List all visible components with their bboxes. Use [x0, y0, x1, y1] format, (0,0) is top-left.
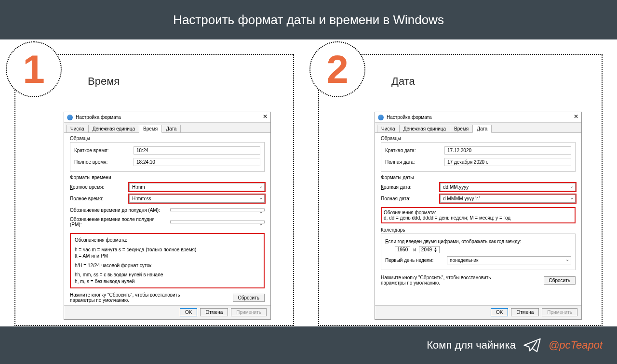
short-time-label: Краткое время:: [74, 148, 130, 153]
am-combo[interactable]: [170, 208, 265, 211]
samples-box: Краткое время: 18:24 Полное время: 18:24…: [70, 142, 265, 172]
reset-button[interactable]: Сбросить: [233, 294, 265, 302]
year-hint: Если год введен двумя цифрами, отображат…: [385, 239, 521, 244]
step-number-1: 1: [23, 50, 45, 89]
fmt-short-time-combo[interactable]: H:mm: [129, 183, 265, 191]
footer-bar: Комп для чайника @pcTeapot: [0, 326, 617, 364]
first-day-combo[interactable]: понедельник: [447, 256, 571, 264]
long-date-label: Полная дата:: [385, 159, 441, 165]
long-time-label: Полное время:: [74, 159, 130, 165]
globe-icon: [67, 115, 73, 120]
page-title: Настроить формат даты и времени в Window…: [173, 13, 444, 27]
fmt-long-time-label: Полное время:: [70, 196, 125, 201]
tab-numbers[interactable]: Числа: [377, 125, 400, 132]
samples-label: Образцы: [70, 136, 265, 141]
panel-time-title: Время: [88, 75, 120, 88]
fmt-long-time-combo[interactable]: H:mm:ss: [129, 195, 265, 203]
dialog-footer: OK Отмена Применить: [375, 305, 581, 319]
calendar-box: Если год введен двумя цифрами, отображат…: [381, 234, 576, 270]
close-icon[interactable]: ✕: [574, 113, 578, 120]
step-number-2: 2: [326, 50, 349, 89]
footer-text: Комп для чайника: [427, 339, 516, 351]
am-label: Обозначение времени до полудня (AM):: [70, 208, 166, 213]
apply-button[interactable]: Применить: [542, 308, 577, 316]
panel-date-title: Дата: [391, 75, 415, 88]
pm-label: Обозначение времени после полудня (PM):: [70, 217, 166, 227]
legend-title: Обозначения формата:: [384, 210, 573, 215]
tab-date[interactable]: Дата: [472, 125, 492, 133]
ok-button[interactable]: OK: [180, 308, 197, 316]
content-area: 1 Время Настройка формата ✕ Числа Денежн…: [0, 39, 617, 326]
tab-time[interactable]: Время: [450, 125, 473, 132]
close-icon[interactable]: ✕: [263, 113, 268, 120]
calendar-label: Календарь: [381, 227, 576, 233]
ok-button[interactable]: OK: [491, 308, 508, 316]
apply-button[interactable]: Применить: [231, 308, 267, 316]
time-formats-label: Форматы времени: [70, 175, 265, 180]
footer-handle: @pcTeapot: [549, 339, 603, 351]
tab-currency[interactable]: Денежная единица: [88, 125, 139, 132]
reset-row: Нажмите кнопку "Сбросить", чтобы восстан…: [381, 273, 576, 287]
date-formats-label: Форматы даты: [381, 175, 576, 180]
dialog-title: Настройка формата: [76, 115, 121, 120]
dialog-title: Настройка формата: [387, 115, 432, 120]
cancel-button[interactable]: Отмена: [511, 308, 539, 316]
cancel-button[interactable]: Отмена: [200, 308, 228, 316]
dialog-date: Настройка формата ✕ Числа Денежная едини…: [375, 112, 582, 320]
panel-time: 1 Время Настройка формата ✕ Числа Денежн…: [14, 54, 294, 326]
pm-combo[interactable]: [170, 221, 265, 223]
telegram-icon: [523, 336, 542, 355]
reset-hint: Нажмите кнопку "Сбросить", чтобы восстан…: [381, 275, 496, 286]
first-day-label: Первый день недели:: [385, 258, 443, 263]
short-date-sample: 17.12.2020: [444, 146, 571, 155]
reset-hint: Нажмите кнопку "Сбросить", чтобы восстан…: [70, 292, 186, 303]
fmt-short-time-label: Краткое время:: [70, 184, 125, 190]
panel-date: 2 Дата Настройка формата ✕ Числа Денежна…: [318, 54, 603, 326]
tab-currency[interactable]: Денежная единица: [399, 125, 450, 132]
fmt-short-date-combo[interactable]: dd.MM.yyyy: [440, 183, 576, 191]
reset-row: Нажмите кнопку "Сбросить", чтобы восстан…: [70, 290, 265, 305]
step-badge-1: 1: [6, 41, 62, 97]
tab-date[interactable]: Дата: [161, 125, 181, 132]
step-badge-2: 2: [309, 41, 365, 97]
dialog-titlebar[interactable]: Настройка формата ✕: [64, 112, 270, 123]
reset-button[interactable]: Сбросить: [544, 276, 576, 285]
year-to-spinner[interactable]: 2049 ▲▼: [419, 246, 440, 253]
dialog-time: Настройка формата ✕ Числа Денежная едини…: [64, 112, 271, 320]
short-time-sample: 18:24: [134, 146, 260, 155]
long-time-sample: 18:24:10: [134, 158, 260, 166]
fmt-short-date-label: Краткая дата:: [381, 184, 436, 190]
samples-label: Образцы: [381, 136, 576, 141]
tabs: Числа Денежная единица Время Дата: [64, 123, 270, 133]
fmt-long-date-label: Полная дата:: [381, 196, 436, 201]
tabs: Числа Денежная единица Время Дата: [375, 123, 581, 133]
date-legend: Обозначения формата: d, dd = день ddd, d…: [381, 207, 576, 223]
tab-numbers[interactable]: Числа: [66, 125, 89, 132]
header-bar: Настроить формат даты и времени в Window…: [0, 0, 617, 39]
short-date-label: Краткая дата:: [385, 148, 441, 153]
dialog-body: Образцы Краткое время: 18:24 Полное врем…: [64, 133, 270, 305]
year-from: 1950: [395, 246, 410, 253]
samples-box: Краткая дата: 17.12.2020 Полная дата: 17…: [381, 142, 576, 172]
legend-title: Обозначения формата:: [75, 237, 260, 244]
format-legend: Обозначения формата: h = час m = минута …: [70, 233, 265, 288]
dialog-titlebar[interactable]: Настройка формата ✕: [375, 112, 581, 123]
dialog-body: Образцы Краткая дата: 17.12.2020 Полная …: [375, 133, 581, 305]
globe-icon: [378, 115, 384, 120]
dialog-footer: OK Отмена Применить: [64, 305, 270, 319]
tab-time[interactable]: Время: [139, 125, 162, 133]
fmt-long-date-combo[interactable]: d MMMM yyyy 'г.': [440, 195, 576, 203]
long-date-sample: 17 декабря 2020 г.: [444, 158, 571, 166]
